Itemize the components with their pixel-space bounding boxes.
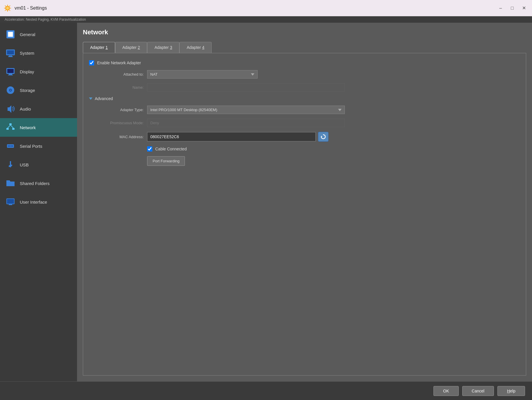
sidebar-label-network: Network: [20, 125, 36, 130]
sidebar-label-audio: Audio: [20, 106, 31, 111]
advanced-label: Advanced: [95, 96, 113, 101]
svg-rect-34: [9, 166, 10, 167]
promiscuous-row: Promiscuous Mode: Deny: [89, 119, 520, 127]
sidebar-label-storage: Storage: [20, 88, 35, 93]
svg-rect-32: [11, 145, 12, 147]
svg-rect-30: [8, 145, 9, 147]
sidebar-item-system[interactable]: System: [0, 44, 77, 62]
tabs-container: Adapter 1 Adapter 2 Adapter 3 Adapter 4: [83, 42, 526, 53]
advanced-toggle[interactable]: Advanced: [89, 96, 520, 101]
shared-folders-icon: [5, 178, 16, 189]
name-select: [147, 83, 345, 92]
content-area: Network Adapter 1 Adapter 2 Adapter 3 Ad…: [77, 23, 532, 381]
adapter-type-select[interactable]: Intel PRO/1000 MT Desktop (82540EM): [147, 106, 345, 114]
app-icon: [3, 4, 12, 12]
svg-rect-38: [9, 204, 12, 205]
svg-rect-24: [9, 123, 12, 125]
user-interface-icon: [5, 197, 16, 207]
enable-adapter-checkbox[interactable]: [89, 60, 94, 65]
name-label: Name:: [89, 85, 147, 90]
mac-address-row: MAC Address:: [89, 132, 520, 142]
tab-adapter3[interactable]: Adapter 3: [147, 42, 179, 53]
cancel-button[interactable]: Cancel: [462, 386, 494, 396]
adapter-type-row: Adapter Type: Intel PRO/1000 MT Desktop …: [89, 106, 520, 114]
advanced-arrow-icon: [89, 97, 92, 100]
svg-marker-39: [321, 136, 322, 137]
sidebar-label-user-interface: User Interface: [20, 200, 47, 205]
serial-ports-icon: [5, 141, 16, 151]
title-bar: vm01 - Settings – □ ✕: [0, 0, 532, 16]
svg-rect-26: [12, 128, 15, 130]
sidebar-label-serial-ports: Serial Ports: [20, 144, 42, 149]
cable-connected-label[interactable]: Cable Connected: [155, 147, 187, 151]
port-forwarding-button[interactable]: Port Forwarding: [147, 156, 185, 166]
sidebar-item-serial-ports[interactable]: Serial Ports: [0, 137, 77, 155]
svg-line-7: [9, 10, 10, 11]
port-forwarding-label: Port Forwarding: [153, 159, 179, 163]
adapter-type-label: Adapter Type:: [89, 108, 147, 112]
help-button[interactable]: Help: [497, 386, 525, 396]
minimize-button[interactable]: –: [496, 4, 505, 12]
mac-address-label: MAC Address:: [89, 135, 147, 139]
sidebar-item-shared-folders[interactable]: Shared Folders: [0, 174, 77, 193]
display-icon: [5, 66, 16, 77]
svg-line-28: [10, 125, 13, 128]
maximize-button[interactable]: □: [508, 4, 517, 12]
sidebar-item-network[interactable]: Network: [0, 118, 77, 137]
port-forwarding-row: Port Forwarding: [147, 156, 520, 166]
usb-icon: [5, 159, 16, 170]
mac-address-input[interactable]: [147, 132, 316, 141]
name-row: Name:: [89, 83, 520, 92]
bottom-bar: OK Cancel Help: [0, 381, 532, 400]
svg-line-27: [8, 125, 10, 128]
tab-adapter2[interactable]: Adapter 2: [115, 42, 147, 53]
svg-line-8: [9, 6, 10, 6]
refresh-icon: [320, 134, 326, 140]
sidebar: General System Display Storage: [0, 23, 77, 381]
accel-text: Acceleration: Nested Paging, KVM Paravir…: [5, 17, 86, 22]
cable-connected-checkbox[interactable]: [147, 146, 152, 152]
svg-rect-16: [8, 56, 13, 57]
promiscuous-label: Promiscuous Mode:: [89, 121, 147, 125]
sidebar-item-storage[interactable]: Storage: [0, 81, 77, 99]
svg-rect-25: [6, 128, 9, 130]
sidebar-item-user-interface[interactable]: User Interface: [0, 193, 77, 211]
section-title: Network: [83, 29, 526, 36]
tab-adapter4[interactable]: Adapter 4: [179, 42, 212, 53]
accel-bar: Acceleration: Nested Paging, KVM Paravir…: [0, 16, 532, 23]
tab-adapter4-label: Adapter 4: [187, 45, 204, 50]
attached-to-select[interactable]: NAT Bridged Adapter Internal Network Hos…: [147, 70, 258, 79]
enable-adapter-label[interactable]: Enable Network Adapter: [97, 61, 141, 65]
sidebar-label-general: General: [20, 32, 35, 37]
network-panel: Enable Network Adapter Attached to: NAT …: [83, 53, 526, 376]
svg-rect-12: [8, 32, 13, 37]
refresh-mac-button[interactable]: [318, 132, 329, 142]
promiscuous-select: Deny: [147, 119, 345, 127]
window-title: vm01 - Settings: [15, 6, 47, 11]
sidebar-label-usb: USB: [20, 162, 29, 167]
attached-to-label: Attached to:: [89, 72, 147, 77]
sidebar-item-audio[interactable]: Audio: [0, 99, 77, 118]
sidebar-item-usb[interactable]: USB: [0, 155, 77, 174]
svg-rect-35: [11, 165, 12, 166]
svg-rect-14: [7, 50, 14, 54]
svg-rect-33: [12, 145, 13, 147]
help-label: Help: [507, 389, 515, 393]
audio-icon: [5, 104, 16, 114]
cable-connected-row: Cable Connected: [147, 146, 520, 152]
sidebar-item-general[interactable]: General: [0, 25, 77, 44]
storage-icon: [5, 85, 16, 95]
svg-rect-18: [7, 69, 14, 73]
tab-adapter1-label: Adapter 1: [90, 45, 108, 50]
svg-rect-31: [9, 145, 10, 147]
ok-button[interactable]: OK: [433, 386, 458, 396]
tab-adapter1[interactable]: Adapter 1: [83, 42, 115, 53]
attached-to-row: Attached to: NAT Bridged Adapter Interna…: [89, 70, 520, 79]
enable-adapter-row: Enable Network Adapter: [89, 60, 520, 65]
sidebar-label-system: System: [20, 51, 34, 56]
svg-rect-20: [8, 75, 13, 75]
close-button[interactable]: ✕: [519, 4, 529, 12]
sidebar-item-display[interactable]: Display: [0, 62, 77, 81]
svg-rect-37: [7, 199, 14, 204]
sidebar-label-display: Display: [20, 69, 34, 74]
